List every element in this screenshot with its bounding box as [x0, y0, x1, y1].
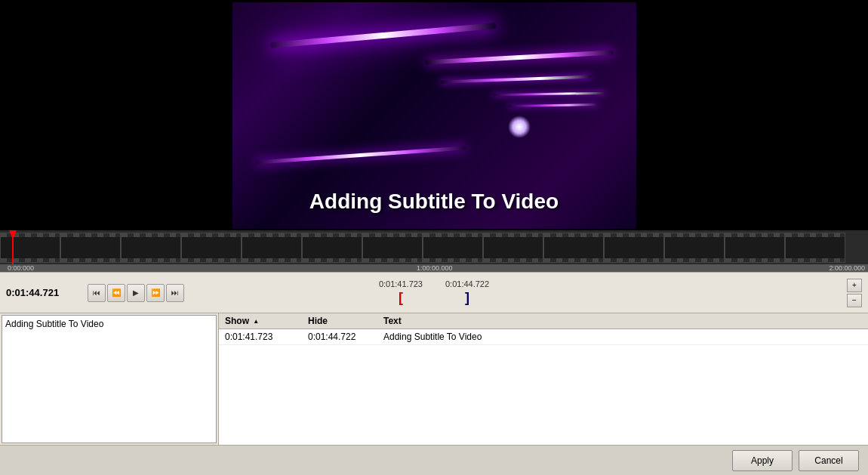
end-bracket-icon: ] [465, 290, 469, 306]
zoom-out-icon: − [852, 296, 857, 304]
footer-bar: Apply Cancel [0, 445, 868, 475]
show-time-group: 0:01:41.723 [ [379, 279, 423, 307]
textarea-container: Adding Subtitle To Video [2, 315, 217, 443]
filmstrip-frame [664, 233, 725, 263]
subtitle-list-row[interactable]: 0:01:41.723 0:01:44.722 Adding Subtitle … [219, 329, 868, 345]
hide-time-label: 0:01:44.722 [445, 279, 489, 288]
filmstrip-frame [121, 233, 181, 263]
filmstrip-frame [604, 233, 664, 263]
controls-area: 0:01:44.721 ⏮ ⏪ ▶ ⏩ ⏭ 0:01:41.723 [ 0:01… [0, 272, 868, 313]
ruler-mark-end: 2:00:00.000 [829, 264, 865, 272]
set-hide-time-button[interactable]: ] [457, 290, 478, 307]
list-header: Show ▲ Hide Text [219, 313, 868, 329]
filmstrip-frame [0, 233, 60, 263]
video-subtitle-overlay: Adding Subtitle To Video [232, 190, 636, 214]
filmstrip-frame [362, 233, 423, 263]
timeline-filmstrip[interactable] [0, 230, 868, 264]
list-body: 0:01:41.723 0:01:44.722 Adding Subtitle … [219, 329, 868, 445]
zoom-in-button[interactable]: + [847, 279, 862, 292]
sort-arrow-icon: ▲ [253, 318, 259, 325]
apply-button[interactable]: Apply [732, 450, 793, 471]
current-time-display: 0:01:44.721 [6, 287, 82, 298]
video-light-decoration-1 [439, 75, 590, 83]
ruler-mark-start: 0:00:000 [8, 264, 34, 272]
bottom-panel: Adding Subtitle To Video Show ▲ Hide Tex… [0, 313, 868, 445]
video-light-decoration-2 [492, 91, 605, 96]
filmstrip-frame [302, 233, 362, 263]
column-header-hide: Hide [308, 316, 383, 326]
filmstrip-frame [725, 233, 785, 263]
filmstrip-frame [60, 233, 121, 263]
playback-buttons: ⏮ ⏪ ▶ ⏩ ⏭ [88, 284, 184, 302]
video-glow-decoration [508, 116, 531, 138]
play-button[interactable]: ▶ [127, 284, 145, 302]
text-input-wrapper: Adding Subtitle To Video [2, 315, 217, 443]
video-light-decoration-3 [507, 103, 598, 106]
column-header-text: Text [383, 316, 862, 326]
zoom-in-icon: + [852, 281, 857, 289]
subtitle-times: 0:01:41.723 [ 0:01:44.722 ] [379, 279, 489, 307]
show-time-label: 0:01:41.723 [379, 279, 423, 288]
filmstrip-frame [785, 233, 845, 263]
set-show-time-button[interactable]: [ [390, 290, 411, 307]
step-back-button[interactable]: ⏪ [107, 284, 125, 302]
cancel-button[interactable]: Cancel [799, 450, 859, 471]
video-preview: Adding Subtitle To Video [0, 0, 868, 230]
subtitle-show-time: 0:01:41.723 [225, 332, 308, 342]
subtitle-hide-time: 0:01:44.722 [308, 332, 383, 342]
subtitle-text-cell: Adding Subtitle To Video [383, 332, 862, 342]
video-light-decoration-4 [255, 146, 466, 165]
zoom-out-button[interactable]: − [847, 294, 862, 307]
step-forward-button[interactable]: ⏩ [146, 284, 165, 302]
filmstrip-frame [483, 233, 543, 263]
hide-time-group: 0:01:44.722 ] [445, 279, 489, 307]
filmstrip-frame [242, 233, 302, 263]
playhead[interactable] [12, 230, 14, 264]
timeline-ruler[interactable]: 0:00:000 1:00:00.000 2:00:00.000 [0, 264, 868, 272]
column-header-show[interactable]: Show ▲ [225, 316, 308, 326]
video-frame: Adding Subtitle To Video [232, 2, 636, 229]
subtitle-text-input[interactable]: Adding Subtitle To Video [2, 315, 217, 443]
filmstrip-frame [423, 233, 483, 263]
filmstrip-frame [181, 233, 242, 263]
filmstrip-frame [543, 233, 604, 263]
skip-to-end-button[interactable]: ⏭ [166, 284, 184, 302]
text-input-panel: Adding Subtitle To Video [0, 313, 219, 445]
timeline-area[interactable]: 0:00:000 1:00:00.000 2:00:00.000 [0, 230, 868, 272]
zoom-controls: + − [847, 279, 862, 307]
start-bracket-icon: [ [399, 290, 403, 306]
subtitle-list-panel: Show ▲ Hide Text 0:01:41.723 0:01:44.722… [219, 313, 868, 445]
ruler-mark-middle: 1:00:00.000 [417, 264, 453, 272]
skip-to-start-button[interactable]: ⏮ [88, 284, 106, 302]
